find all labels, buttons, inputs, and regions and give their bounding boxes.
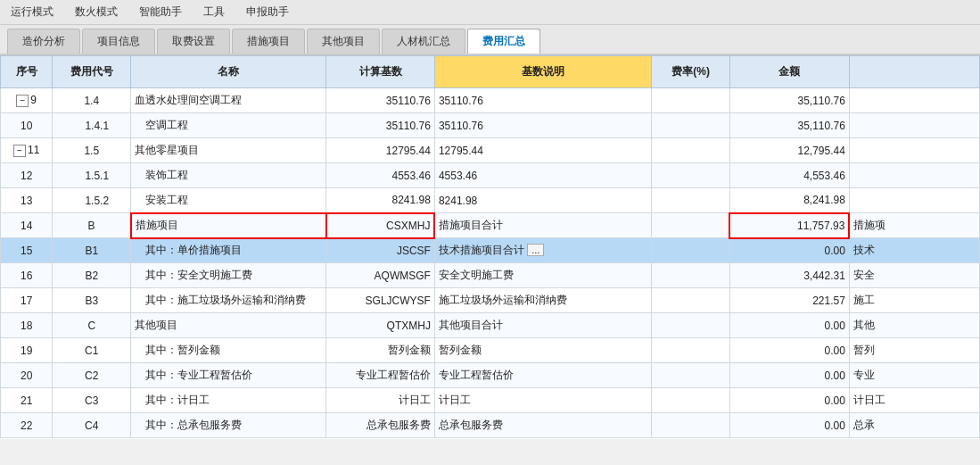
table-row[interactable]: 18 C 其他项目 QTXMHJ 其他项目合计 0.00 其他 [1, 313, 980, 338]
cell-code: 1.5.1 [53, 163, 131, 188]
tab-other-items[interactable]: 其他项目 [307, 29, 380, 54]
cell-code: C [53, 313, 131, 338]
table-row[interactable]: 12 1.5.1 装饰工程 4553.46 4553.46 4,553.46 [1, 163, 980, 188]
ellipsis-button[interactable]: ... [527, 244, 544, 256]
cell-base: 计日工 [326, 388, 435, 413]
cell-name: 其中：施工垃圾场外运输和消纳费 [131, 288, 326, 313]
cell-seq: 15 [1, 238, 53, 263]
cell-seq: 13 [1, 188, 53, 213]
tab-cost-analysis[interactable]: 造价分析 [7, 29, 80, 54]
tab-measures[interactable]: 措施项目 [232, 29, 305, 54]
table-row[interactable]: −11 1.5 其他零星项目 12795.44 12795.44 12,795.… [1, 138, 980, 163]
cell-basedesc: 35110.76 [434, 113, 651, 138]
main-table-container: 序号 费用代号 名称 计算基数 基数说明 费率(%) 金额 −9 1.4 血透水… [0, 55, 980, 439]
cell-extra: 施工 [849, 288, 979, 313]
header-base: 计算基数 [326, 56, 435, 88]
cell-seq: 16 [1, 263, 53, 288]
cell-base: 8241.98 [326, 188, 435, 213]
cell-amount: 221.57 [729, 288, 849, 313]
cell-seq: 21 [1, 388, 53, 413]
cell-basedesc: 暂列金额 [434, 338, 651, 363]
cell-amount: 0.00 [729, 338, 849, 363]
cell-basedesc: 8241.98 [434, 188, 651, 213]
cell-basedesc: 专业工程暂估价 [434, 363, 651, 388]
table-row[interactable]: 22 C4 其中：总承包服务费 总承包服务费 总承包服务费 0.00 总承 [1, 413, 980, 438]
cell-rate [652, 413, 730, 438]
cell-code: C1 [53, 338, 131, 363]
cell-base: 35110.76 [326, 113, 435, 138]
table-header-row: 序号 费用代号 名称 计算基数 基数说明 费率(%) 金额 [1, 56, 980, 88]
header-extra [849, 56, 979, 88]
nav-run-mode[interactable]: 运行模式 [7, 3, 57, 21]
cell-extra: 技术 [849, 238, 979, 263]
cell-name: 其中：专业工程暂估价 [131, 363, 326, 388]
cell-seq: 19 [1, 338, 53, 363]
cell-extra: 措施项 [849, 213, 979, 238]
cell-basedesc: 技术措施项目合计 ... [434, 238, 651, 263]
header-name: 名称 [131, 56, 326, 88]
cell-base: CSXMHJ [326, 213, 435, 238]
table-row[interactable]: 13 1.5.2 安装工程 8241.98 8241.98 8,241.98 [1, 188, 980, 213]
cell-code: B [53, 213, 131, 238]
table-row[interactable]: 10 1.4.1 空调工程 35110.76 35110.76 35,110.7… [1, 113, 980, 138]
cell-amount: 3,442.31 [729, 263, 849, 288]
tab-labor-material[interactable]: 人材机汇总 [382, 29, 465, 54]
cell-extra: 计日工 [849, 388, 979, 413]
nav-data-fire[interactable]: 数火模式 [71, 3, 121, 21]
cell-name: 血透水处理间空调工程 [131, 88, 326, 113]
cell-basedesc: 12795.44 [434, 138, 651, 163]
cell-amount: 8,241.98 [729, 188, 849, 213]
table-row[interactable]: 14 B 措施项目 CSXMHJ 措施项目合计 11,757.93 措施项 [1, 213, 980, 238]
cell-extra: 其他 [849, 313, 979, 338]
cell-extra: 总承 [849, 413, 979, 438]
cell-base: 4553.46 [326, 163, 435, 188]
cell-extra [849, 163, 979, 188]
cell-code: C3 [53, 388, 131, 413]
cell-extra [849, 188, 979, 213]
cell-rate [652, 88, 730, 113]
cell-name: 空调工程 [131, 113, 326, 138]
header-rate: 费率(%) [652, 56, 730, 88]
cell-name: 其中：总承包服务费 [131, 413, 326, 438]
cell-rate [652, 163, 730, 188]
cell-seq: 20 [1, 363, 53, 388]
table-row[interactable]: 20 C2 其中：专业工程暂估价 专业工程暂估价 专业工程暂估价 0.00 专业 [1, 363, 980, 388]
cell-code: C4 [53, 413, 131, 438]
cell-rate [652, 138, 730, 163]
collapse-btn[interactable]: − [16, 95, 29, 107]
cell-code: B3 [53, 288, 131, 313]
collapse-btn[interactable]: − [13, 145, 26, 157]
table-row[interactable]: −9 1.4 血透水处理间空调工程 35110.76 35110.76 35,1… [1, 88, 980, 113]
table-row[interactable]: 17 B3 其中：施工垃圾场外运输和消纳费 SGLJCWYSF 施工垃圾场外运输… [1, 288, 980, 313]
nav-ai-assist[interactable]: 智能助手 [136, 3, 185, 21]
cell-rate [652, 388, 730, 413]
cell-amount: 0.00 [729, 388, 849, 413]
header-code: 费用代号 [53, 56, 131, 88]
cell-amount: 0.00 [729, 363, 849, 388]
tab-fee-summary[interactable]: 费用汇总 [467, 29, 540, 54]
cell-amount: 4,553.46 [729, 163, 849, 188]
cell-rate [652, 238, 730, 263]
cell-rate [652, 263, 730, 288]
header-seq: 序号 [1, 56, 53, 88]
top-nav-bar: 运行模式 数火模式 智能助手 工具 申报助手 [0, 0, 980, 25]
nav-tools[interactable]: 工具 [200, 3, 228, 21]
table-row[interactable]: 15 B1 其中：单价措施项目 JSCSF 技术措施项目合计 ... 0.00 … [1, 238, 980, 263]
cell-base: 专业工程暂估价 [326, 363, 435, 388]
cell-name: 安装工程 [131, 188, 326, 213]
cell-name: 措施项目 [131, 213, 326, 238]
tab-project-info[interactable]: 项目信息 [82, 29, 155, 54]
table-row[interactable]: 16 B2 其中：安全文明施工费 AQWMSGF 安全文明施工费 3,442.3… [1, 263, 980, 288]
cell-base: QTXMHJ [326, 313, 435, 338]
cell-code: 1.5 [53, 138, 131, 163]
table-row[interactable]: 19 C1 其中：暂列金额 暂列金额 暂列金额 0.00 暂列 [1, 338, 980, 363]
table-row[interactable]: 21 C3 其中：计日工 计日工 计日工 0.00 计日工 [1, 388, 980, 413]
cell-basedesc: 总承包服务费 [434, 413, 651, 438]
cell-amount: 12,795.44 [729, 138, 849, 163]
cell-extra [849, 88, 979, 113]
cell-name: 其中：暂列金额 [131, 338, 326, 363]
cell-name: 装饰工程 [131, 163, 326, 188]
nav-declare[interactable]: 申报助手 [243, 3, 292, 21]
tab-fee-settings[interactable]: 取费设置 [157, 29, 230, 54]
cell-seq: 17 [1, 288, 53, 313]
